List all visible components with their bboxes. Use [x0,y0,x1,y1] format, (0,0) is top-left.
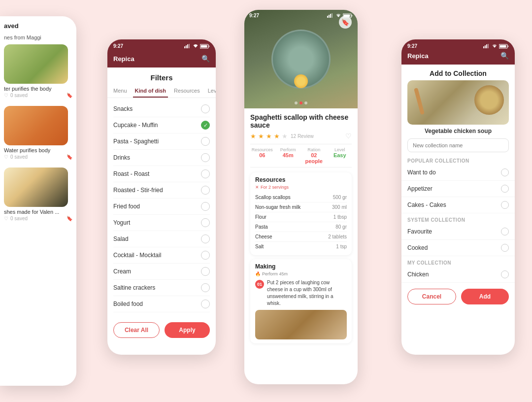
radio-cakes[interactable] [501,201,509,209]
filter-item-cocktail[interactable]: Cocktail - Mocktail [113,247,210,264]
collection-item-want-to-do[interactable]: Want to do [401,165,515,181]
svg-rect-0 [184,46,185,48]
search-icon[interactable]: 🔍 [500,52,509,60]
collection-item-appetizer[interactable]: Appetizer [401,181,515,197]
filter-item-saltine[interactable]: Saltine crackers [113,280,210,296]
collection-item-cakes[interactable]: Cakes - Cakes [401,197,515,213]
list-item[interactable]: Water purifies body ♡ 0 saved 🔖 [4,106,72,160]
heart-icon: ♡ [4,216,8,221]
filter-item-drinks[interactable]: Drinks [113,150,210,166]
heart-icon: ♡ [4,154,8,160]
filter-item-yogurt[interactable]: Yogurt [113,215,210,231]
svg-rect-19 [508,45,509,47]
status-bar: 9:27 [401,39,515,51]
bowl-decoration [474,85,504,115]
filter-item-cream[interactable]: Cream [113,264,210,280]
svg-rect-7 [327,16,328,18]
radio-yogurt[interactable] [201,218,210,227]
filter-item-pasta[interactable]: Pasta - Spaghetti [113,134,210,150]
popular-collection-label: POPULAR COLLECTION [401,154,515,165]
svg-rect-8 [329,15,330,18]
svg-rect-9 [330,14,331,18]
list-item[interactable]: shes made for Valen ... ♡ 0 saved 🔖 [4,168,72,221]
phone-filters: 9:27 Repica 🔍 Filters Menu Kind of dish … [107,39,216,355]
radio-roast[interactable] [201,169,210,178]
ingredient-scallop: Scallop scallops500 gr [255,193,347,202]
svg-rect-20 [500,45,506,47]
new-collection-input[interactable] [407,138,509,152]
filter-item-roast[interactable]: Roast - Roast [113,166,210,182]
favorite-button[interactable]: ♡ [345,132,352,140]
status-bar: 9:27 [107,39,216,53]
collection-actions: Cancel Add [401,283,515,310]
bookmark-icon[interactable]: 🔖 [66,154,72,160]
saved-subtitle: nes from Maggi [4,34,72,40]
resources-title: Resources [255,176,347,183]
add-button[interactable]: Add [461,289,509,304]
cross-icon: ✕ [255,185,259,190]
radio-pasta[interactable] [201,137,210,146]
radio-cream[interactable] [201,267,210,276]
radio-chicken[interactable] [501,270,509,278]
filter-item-snacks[interactable]: Snacks [113,101,210,117]
filter-item-salad[interactable]: Salad [113,231,210,247]
dot-2[interactable] [299,101,302,104]
radio-appetizer[interactable] [501,185,509,193]
recipe-label: ter purifies the body [4,86,72,92]
radio-boiled[interactable] [201,300,210,308]
phone-collection: 9:27 Repica 🔍 Add to Collection Vegetabl… [401,39,515,355]
collection-item-chicken[interactable]: Chicken [401,267,515,283]
recipe-image [4,106,68,145]
star-5: ★ [282,133,288,140]
radio-saltine[interactable] [201,283,210,292]
radio-favourite[interactable] [501,228,509,235]
search-icon[interactable]: 🔍 [201,55,210,63]
recipe-label: shes made for Valen ... [4,209,72,215]
radio-cupcake[interactable]: ✓ [201,121,210,130]
collection-item-cooked[interactable]: Cooked [401,240,515,256]
radio-salad[interactable] [201,234,210,243]
star-1: ★ [250,133,256,140]
bookmark-button[interactable]: 🔖 [339,16,352,29]
radio-snacks[interactable] [201,104,210,113]
radio-drinks[interactable] [201,153,210,162]
filter-item-boiled[interactable]: Boiled food [113,296,210,312]
bookmark-icon[interactable]: 🔖 [66,93,72,98]
apply-button[interactable]: Apply [165,322,210,338]
star-2: ★ [258,133,264,140]
radio-friedfood[interactable] [201,202,210,211]
filter-item-stirfried[interactable]: Roasted - Stir-fried [113,182,210,199]
list-item[interactable]: ter purifies the body ♡ 0 saved 🔖 [4,44,72,98]
stat-resources: Resources 06 [250,147,274,164]
recipe-image [4,168,68,207]
dot-1[interactable] [295,101,298,104]
collection-item-favourite[interactable]: Favourite [401,224,515,240]
filter-item-friedfood[interactable]: Fried food [113,199,210,215]
clear-all-button[interactable]: Clear All [113,322,160,338]
radio-cocktail[interactable] [201,251,210,260]
filters-title: Filters [107,67,216,85]
cancel-button[interactable]: Cancel [407,289,456,304]
tab-level[interactable]: Level o [206,85,216,98]
svg-rect-2 [187,44,188,48]
phone-saved: aved nes from Maggi ter purifies the bod… [0,16,76,386]
tab-kind-of-dish[interactable]: Kind of dish [133,85,168,98]
filter-item-cupcake[interactable]: Cupcake - Muffin ✓ [113,117,210,134]
step-number: 01 [255,280,264,289]
svg-rect-17 [488,44,489,48]
bookmark-icon[interactable]: 🔖 [66,216,72,221]
collection-food-image [407,80,509,125]
filter-tabs: Menu Kind of dish Resources Level o [107,85,216,98]
review-count: 12 Review [291,134,314,139]
svg-rect-15 [485,45,486,48]
ingredient-flour: Flour1 tbsp [255,212,347,222]
dot-3[interactable] [304,101,307,104]
radio-cooked[interactable] [501,244,509,252]
radio-want-to-do[interactable] [501,168,509,176]
tab-menu[interactable]: Menu [111,85,129,98]
radio-stirfried[interactable] [201,186,210,195]
tab-resources[interactable]: Resources [172,85,202,98]
saved-count: 0 saved [10,216,28,221]
ingredient-cheese: Cheese2 tablets [255,232,347,242]
resources-sub: ✕ For 2 servings [255,185,347,190]
